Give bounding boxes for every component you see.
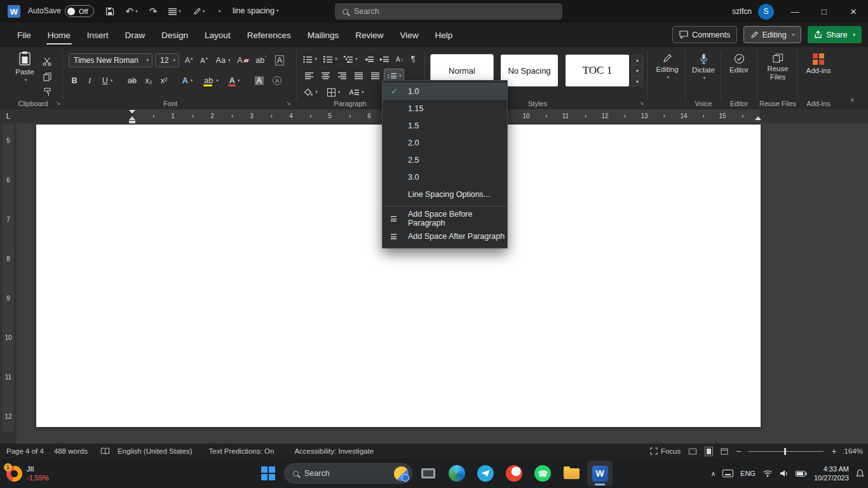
highlight-color-button[interactable]: ab▾ (201, 74, 221, 88)
tab-review[interactable]: Review (347, 23, 391, 47)
zoom-in-button[interactable]: + (831, 446, 836, 456)
styles-dialog-launcher[interactable]: ↘ (639, 100, 644, 106)
undo-button[interactable]: ↶▾ (121, 3, 142, 20)
avatar[interactable]: S (758, 4, 774, 20)
touch-keyboard-icon[interactable] (722, 470, 733, 477)
text-effects-button[interactable]: A▾ (178, 74, 197, 88)
menu-item-2.0[interactable]: 2.0 (383, 134, 507, 151)
style-toc1[interactable]: TOC 1 (566, 55, 629, 86)
dictate-button[interactable]: Dictate ▾ (688, 53, 719, 81)
bullets-button[interactable]: ▾ (301, 52, 319, 66)
language-indicator[interactable]: English (United States) (118, 447, 193, 455)
tab-help[interactable]: Help (427, 23, 461, 47)
tab-references[interactable]: References (239, 23, 299, 47)
close-button[interactable]: ✕ (839, 0, 868, 23)
collapse-ribbon-button[interactable]: ∨ (850, 97, 855, 103)
tab-view[interactable]: View (391, 23, 426, 47)
style-no-spacing[interactable]: No Spacing (501, 55, 558, 86)
shrink-font-button[interactable]: A▾ (197, 53, 211, 67)
justify-button[interactable] (351, 69, 366, 83)
add-ins-button[interactable]: Add-ins (801, 53, 836, 74)
subscript-button[interactable]: x₂ (141, 74, 156, 88)
battery-icon[interactable] (796, 471, 807, 477)
italic-button[interactable]: I (83, 74, 97, 88)
tab-home[interactable]: Home (39, 23, 79, 47)
menu-item-line-spacing-options[interactable]: Line Spacing Options... (383, 186, 507, 203)
volume-icon[interactable] (780, 470, 789, 477)
file-explorer-icon[interactable] (559, 461, 584, 486)
widgets-button[interactable]: 1 JII -1,55% (6, 462, 49, 485)
proofing-icon[interactable] (100, 447, 110, 455)
taskbar-search[interactable]: Search (284, 463, 412, 484)
zoom-slider-thumb[interactable] (784, 448, 786, 455)
styles-gallery-up-button[interactable]: ▲ (632, 55, 643, 65)
font-color-button[interactable]: A▾ (225, 74, 244, 88)
reuse-files-button[interactable]: Reuse Files (760, 53, 796, 81)
numbering-button[interactable]: ▾ (322, 52, 339, 66)
menu-item-3.0[interactable]: 3.0 (383, 168, 507, 186)
editing-mode-button[interactable]: Editing ▾ (743, 26, 801, 43)
left-indent-marker[interactable] (129, 121, 135, 123)
tray-overflow-chevron[interactable]: ∧ (711, 470, 715, 477)
taskbar-app-icon-red[interactable] (501, 461, 527, 486)
word-logo-icon[interactable]: W (8, 5, 20, 18)
styles-gallery-more-button[interactable]: ▼ (632, 76, 643, 86)
zoom-out-button[interactable]: − (736, 446, 741, 456)
clock[interactable]: 4:33 AM 10/27/2023 (814, 464, 849, 483)
read-mode-button[interactable] (688, 448, 697, 455)
multilevel-list-button[interactable]: ▾ (342, 52, 360, 66)
font-dialog-launcher[interactable]: ↘ (286, 100, 291, 106)
text-predictions-indicator[interactable]: Text Predictions: On (209, 447, 275, 455)
font-name-combo[interactable]: Times New Roman ▾ (69, 53, 153, 67)
word-count[interactable]: 488 words (54, 447, 88, 455)
word-taskbar-icon[interactable]: W (587, 461, 613, 486)
right-indent-marker[interactable] (755, 116, 761, 120)
tab-draw[interactable]: Draw (117, 23, 154, 47)
quick-access-command-2[interactable]: ▾ (188, 3, 210, 20)
input-language-indicator[interactable]: ENG (740, 470, 756, 477)
enclose-characters-button[interactable]: A (269, 74, 285, 88)
phonetic-guide-button[interactable]: ab˘ (253, 53, 269, 67)
search-input[interactable]: Search (335, 3, 562, 20)
clipboard-dialog-launcher[interactable]: ↘ (56, 100, 61, 106)
align-center-button[interactable] (318, 69, 333, 83)
qat-line-spacing-button[interactable]: line spacing ▾ (233, 6, 279, 15)
sort-button[interactable]: A↓ (393, 52, 407, 66)
borders-button[interactable]: ▾ (324, 85, 343, 99)
bold-button[interactable]: B (67, 74, 81, 88)
superscript-button[interactable]: x² (156, 74, 172, 88)
editing-group-button[interactable]: Editing ▾ (651, 53, 684, 80)
menu-item-1.5[interactable]: 1.5 (383, 117, 507, 134)
share-button[interactable]: Share ▾ (808, 26, 862, 43)
align-left-button[interactable] (301, 69, 316, 83)
autosave-toggle[interactable]: Off (65, 5, 94, 17)
notification-bell-icon[interactable] (856, 469, 864, 478)
accessibility-indicator[interactable]: Accessibility: Investigate (294, 447, 374, 455)
copy-button[interactable] (41, 70, 53, 84)
paste-button[interactable]: Paste ▾ (10, 51, 39, 83)
styles-gallery-down-button[interactable]: ▼ (632, 65, 643, 76)
character-shading-button[interactable]: A (252, 74, 267, 88)
tab-stop-selector[interactable]: L (1, 109, 15, 123)
asian-layout-button[interactable]: A▾ (347, 85, 366, 99)
character-border-button[interactable]: A (272, 53, 287, 67)
decrease-indent-button[interactable]: ◂ (362, 52, 376, 66)
cut-button[interactable] (41, 55, 53, 69)
web-layout-button[interactable] (721, 448, 728, 455)
minimize-button[interactable]: — (780, 0, 810, 23)
editor-button[interactable]: Editor (723, 53, 755, 74)
save-button[interactable] (102, 3, 118, 20)
tab-design[interactable]: Design (153, 23, 196, 47)
page-indicator[interactable]: Page 4 of 4 (6, 447, 44, 455)
quick-access-command-1[interactable]: ▾ (164, 3, 186, 20)
first-line-indent-marker[interactable] (129, 110, 135, 114)
font-size-combo[interactable]: 12 ▾ (155, 53, 179, 67)
shading-button[interactable]: ▾ (301, 85, 320, 99)
show-hide-pilcrow-button[interactable]: ¶ (408, 52, 418, 66)
maximize-button[interactable]: □ (810, 0, 839, 23)
menu-item-1.0[interactable]: ✓1.0 (383, 83, 507, 100)
whatsapp-icon[interactable]: ☎ (530, 461, 555, 486)
tab-layout[interactable]: Layout (196, 23, 239, 47)
edge-icon[interactable] (444, 461, 470, 486)
grow-font-button[interactable]: A▴ (182, 53, 196, 67)
